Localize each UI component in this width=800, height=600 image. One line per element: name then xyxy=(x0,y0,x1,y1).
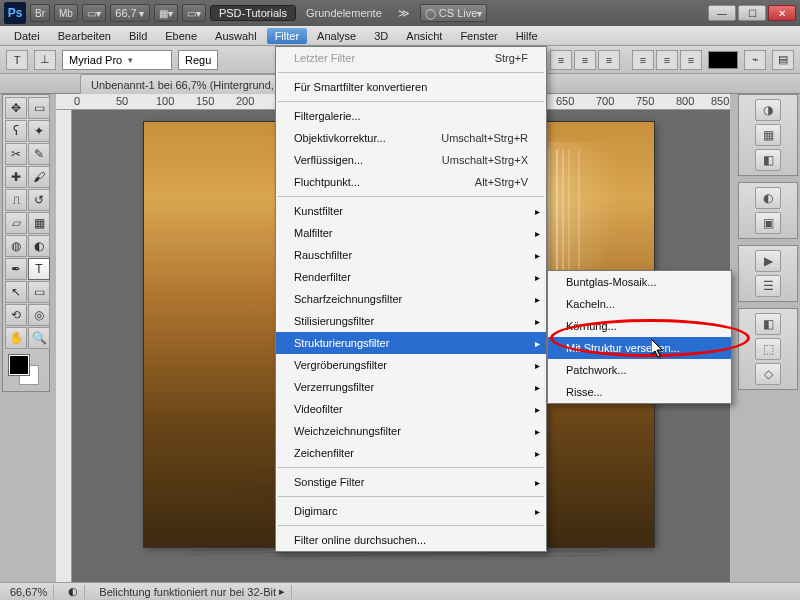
screenmode-button[interactable]: ▭▾ xyxy=(82,4,106,22)
font-family-select[interactable]: Myriad Pro xyxy=(62,50,172,70)
menu-item-digimarc[interactable]: Digimarc xyxy=(276,500,546,522)
menu-analyse[interactable]: Analyse xyxy=(309,28,364,44)
filter-menu[interactable]: Letzter FilterStrg+FFür Smartfilter konv… xyxy=(275,46,547,552)
menu-item-weichzeichnungsfilter[interactable]: Weichzeichnungsfilter xyxy=(276,420,546,442)
stamp-tool[interactable]: ⎍ xyxy=(5,189,27,211)
menu-item-rauschfilter[interactable]: Rauschfilter xyxy=(276,244,546,266)
submenu-item-buntglas-mosaik-[interactable]: Buntglas-Mosaik... xyxy=(548,271,731,293)
history-panel-icon[interactable]: ▶ xyxy=(755,250,781,272)
styles-panel-icon[interactable]: ◧ xyxy=(755,149,781,171)
submenu-item-k-rnung-[interactable]: Körnung... xyxy=(548,315,731,337)
menu-ebene[interactable]: Ebene xyxy=(157,28,205,44)
3d-tool[interactable]: ⟲ xyxy=(5,304,27,326)
menu-filter[interactable]: Filter xyxy=(267,28,307,44)
menu-item-sonstige-filter[interactable]: Sonstige Filter xyxy=(276,471,546,493)
brush-tool[interactable]: 🖌 xyxy=(28,166,50,188)
menu-item-kunstfilter[interactable]: Kunstfilter xyxy=(276,200,546,222)
channels-panel-icon[interactable]: ⬚ xyxy=(755,338,781,360)
orientation-button[interactable]: ⊥ xyxy=(34,50,56,70)
layers-panel-icon[interactable]: ◧ xyxy=(755,313,781,335)
warp-text-button[interactable]: ⌁ xyxy=(744,50,766,70)
eraser-tool[interactable]: ▱ xyxy=(5,212,27,234)
shape-tool[interactable]: ▭ xyxy=(28,281,50,303)
paths-panel-icon[interactable]: ◇ xyxy=(755,363,781,385)
bridge-button[interactable]: Br xyxy=(30,4,50,22)
3d-camera-tool[interactable]: ◎ xyxy=(28,304,50,326)
eyedropper-tool[interactable]: ✎ xyxy=(28,143,50,165)
zoom-field[interactable]: 66,7 ▾ xyxy=(110,4,150,22)
foreground-background-swatch[interactable] xyxy=(5,353,47,389)
healing-tool[interactable]: ✚ xyxy=(5,166,27,188)
view-extras-button[interactable]: ▦▾ xyxy=(154,4,178,22)
hand-tool[interactable]: ✋ xyxy=(5,327,27,349)
menu-item-malfilter[interactable]: Malfilter xyxy=(276,222,546,244)
character-panel-button[interactable]: ▤ xyxy=(772,50,794,70)
magic-wand-tool[interactable]: ✦ xyxy=(28,120,50,142)
marquee-tool[interactable]: ▭ xyxy=(28,97,50,119)
menu-item-strukturierungsfilter[interactable]: Strukturierungsfilter xyxy=(276,332,546,354)
menu-3d[interactable]: 3D xyxy=(366,28,396,44)
menu-ansicht[interactable]: Ansicht xyxy=(398,28,450,44)
type-tool[interactable]: T xyxy=(28,258,50,280)
minibridge-button[interactable]: Mb xyxy=(54,4,78,22)
menu-item-filter-online-durchsuchen-[interactable]: Filter online durchsuchen... xyxy=(276,529,546,551)
document-tab[interactable]: Unbenannt-1 bei 66,7% (Hintergrund, F xyxy=(80,74,295,94)
tool-preset-icon[interactable]: T xyxy=(6,50,28,70)
align-left-button[interactable]: ≡ xyxy=(550,50,572,70)
lasso-tool[interactable]: ʕ xyxy=(5,120,27,142)
menu-item-videofilter[interactable]: Videofilter xyxy=(276,398,546,420)
menu-item-vergr-berungsfilter[interactable]: Vergröberungsfilter xyxy=(276,354,546,376)
window-minimize[interactable]: — xyxy=(708,5,736,21)
align-center-button[interactable]: ≡ xyxy=(574,50,596,70)
blur-tool[interactable]: ◍ xyxy=(5,235,27,257)
path-select-tool[interactable]: ↖ xyxy=(5,281,27,303)
actions-panel-icon[interactable]: ☰ xyxy=(755,275,781,297)
dodge-tool[interactable]: ◐ xyxy=(28,235,50,257)
menu-item-objektivkorrektur-[interactable]: Objektivkorrektur...Umschalt+Strg+R xyxy=(276,127,546,149)
ruler-vertical[interactable] xyxy=(56,110,72,582)
menu-item-verfl-ssigen-[interactable]: Verflüssigen...Umschalt+Strg+X xyxy=(276,149,546,171)
gradient-tool[interactable]: ▦ xyxy=(28,212,50,234)
menu-item-renderfilter[interactable]: Renderfilter xyxy=(276,266,546,288)
foreground-color[interactable] xyxy=(9,355,29,375)
window-close[interactable]: ✕ xyxy=(768,5,796,21)
zoom-tool[interactable]: 🔍 xyxy=(28,327,50,349)
menu-auswahl[interactable]: Auswahl xyxy=(207,28,265,44)
history-brush-tool[interactable]: ↺ xyxy=(28,189,50,211)
menu-item-verzerrungsfilter[interactable]: Verzerrungsfilter xyxy=(276,376,546,398)
text-color-swatch[interactable] xyxy=(708,51,738,69)
menu-fenster[interactable]: Fenster xyxy=(452,28,505,44)
submenu-item-patchwork-[interactable]: Patchwork... xyxy=(548,359,731,381)
swatches-panel-icon[interactable]: ▦ xyxy=(755,124,781,146)
menu-datei[interactable]: Datei xyxy=(6,28,48,44)
menu-hilfe[interactable]: Hilfe xyxy=(508,28,546,44)
pen-tool[interactable]: ✒ xyxy=(5,258,27,280)
status-zoom[interactable]: 66,67% xyxy=(4,585,54,599)
submenu-item-risse-[interactable]: Risse... xyxy=(548,381,731,403)
menu-item-f-r-smartfilter-konvertieren[interactable]: Für Smartfilter konvertieren xyxy=(276,76,546,98)
tutorials-pill[interactable]: PSD-Tutorials xyxy=(210,5,296,21)
menu-item-fluchtpunkt-[interactable]: Fluchtpunkt...Alt+Strg+V xyxy=(276,171,546,193)
submenu-item-mit-struktur-versehen-[interactable]: Mit Struktur versehen... xyxy=(548,337,731,359)
menu-bearbeiten[interactable]: Bearbeiten xyxy=(50,28,119,44)
para-right-button[interactable]: ≡ xyxy=(680,50,702,70)
align-right-button[interactable]: ≡ xyxy=(598,50,620,70)
menu-bild[interactable]: Bild xyxy=(121,28,155,44)
color-panel-icon[interactable]: ◑ xyxy=(755,99,781,121)
masks-panel-icon[interactable]: ▣ xyxy=(755,212,781,234)
menu-item-stilisierungsfilter[interactable]: Stilisierungsfilter xyxy=(276,310,546,332)
menu-item-zeichenfilter[interactable]: Zeichenfilter xyxy=(276,442,546,464)
cslive-button[interactable]: ◯ CS Live ▾ xyxy=(420,4,488,22)
strukturierungsfilter-submenu[interactable]: Buntglas-Mosaik...Kacheln...Körnung...Mi… xyxy=(547,270,732,404)
font-style-select[interactable]: Regu xyxy=(178,50,218,70)
workspace-label[interactable]: Grundelemente xyxy=(300,7,388,19)
para-left-button[interactable]: ≡ xyxy=(632,50,654,70)
arrange-button[interactable]: ▭▾ xyxy=(182,4,206,22)
para-center-button[interactable]: ≡ xyxy=(656,50,678,70)
submenu-item-kacheln-[interactable]: Kacheln... xyxy=(548,293,731,315)
move-tool[interactable]: ✥ xyxy=(5,97,27,119)
window-maximize[interactable]: ☐ xyxy=(738,5,766,21)
menu-item-filtergalerie-[interactable]: Filtergalerie... xyxy=(276,105,546,127)
workspace-more[interactable]: ≫ xyxy=(392,7,416,20)
menu-item-scharfzeichnungsfilter[interactable]: Scharfzeichnungsfilter xyxy=(276,288,546,310)
